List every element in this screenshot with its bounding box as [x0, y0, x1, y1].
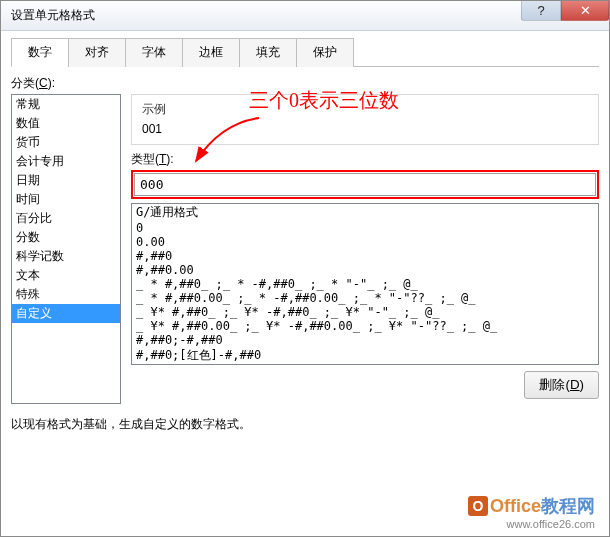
- sample-value: 001: [142, 122, 588, 136]
- right-pane: 示例 001 类型(T): G/通用格式 0 0.00 #,##0 #,##0.…: [131, 94, 599, 404]
- delete-button[interactable]: 删除(D): [524, 371, 599, 399]
- cat-percentage[interactable]: 百分比: [12, 209, 120, 228]
- hint-text: 以现有格式为基础，生成自定义的数字格式。: [11, 416, 599, 433]
- cat-text[interactable]: 文本: [12, 266, 120, 285]
- tab-border[interactable]: 边框: [182, 38, 240, 67]
- cat-number[interactable]: 数值: [12, 114, 120, 133]
- cat-general[interactable]: 常规: [12, 95, 120, 114]
- cat-fraction[interactable]: 分数: [12, 228, 120, 247]
- cat-date[interactable]: 日期: [12, 171, 120, 190]
- fmt-item[interactable]: _ * #,##0_ ;_ * -#,##0_ ;_ * "-"_ ;_ @_: [132, 277, 598, 291]
- titlebar[interactable]: 设置单元格格式 ? ✕: [1, 1, 609, 31]
- fmt-item[interactable]: _ * #,##0.00_ ;_ * -#,##0.00_ ;_ * "-"??…: [132, 291, 598, 305]
- tab-font[interactable]: 字体: [125, 38, 183, 67]
- fmt-item[interactable]: 0.00: [132, 235, 598, 249]
- format-listbox[interactable]: G/通用格式 0 0.00 #,##0 #,##0.00 _ * #,##0_ …: [131, 203, 599, 365]
- cat-time[interactable]: 时间: [12, 190, 120, 209]
- watermark-brand-prefix: Office: [490, 496, 541, 516]
- sample-label: 示例: [142, 101, 588, 118]
- watermark-logo-icon: O: [468, 496, 488, 516]
- type-input[interactable]: [134, 173, 596, 196]
- watermark-brand-suffix: 教程网: [541, 496, 595, 516]
- cat-accounting[interactable]: 会计专用: [12, 152, 120, 171]
- fmt-item[interactable]: #,##0;[红色]-#,##0: [132, 347, 598, 364]
- cat-custom[interactable]: 自定义: [12, 304, 120, 323]
- tab-protection[interactable]: 保护: [296, 38, 354, 67]
- fmt-item[interactable]: G/通用格式: [132, 204, 598, 221]
- cat-special[interactable]: 特殊: [12, 285, 120, 304]
- close-icon: ✕: [580, 3, 591, 18]
- sample-box: 示例 001: [131, 94, 599, 145]
- fmt-item[interactable]: #,##0.00: [132, 263, 598, 277]
- cat-scientific[interactable]: 科学记数: [12, 247, 120, 266]
- help-icon: ?: [537, 3, 544, 18]
- fmt-item[interactable]: #,##0: [132, 249, 598, 263]
- fmt-item[interactable]: #,##0;-#,##0: [132, 333, 598, 347]
- fmt-item[interactable]: _ ¥* #,##0.00_ ;_ ¥* -#,##0.00_ ;_ ¥* "-…: [132, 319, 598, 333]
- help-button[interactable]: ?: [521, 1, 561, 21]
- category-listbox[interactable]: 常规 数值 货币 会计专用 日期 时间 百分比 分数 科学记数 文本 特殊 自定…: [11, 94, 121, 404]
- tab-number[interactable]: 数字: [11, 38, 69, 67]
- type-input-highlight: [131, 170, 599, 199]
- close-button[interactable]: ✕: [561, 1, 609, 21]
- fmt-item[interactable]: _ ¥* #,##0_ ;_ ¥* -#,##0_ ;_ ¥* "-"_ ;_ …: [132, 305, 598, 319]
- tab-alignment[interactable]: 对齐: [68, 38, 126, 67]
- type-label: 类型(T):: [131, 151, 599, 168]
- cat-currency[interactable]: 货币: [12, 133, 120, 152]
- watermark-url: www.office26.com: [468, 518, 595, 530]
- tab-strip: 数字 对齐 字体 边框 填充 保护: [11, 37, 599, 67]
- fmt-item[interactable]: 0: [132, 221, 598, 235]
- category-label: 分类(C):: [11, 75, 599, 92]
- tab-fill[interactable]: 填充: [239, 38, 297, 67]
- format-cells-dialog: 设置单元格格式 ? ✕ 数字 对齐 字体 边框 填充 保护 分类(C): 常规 …: [0, 0, 610, 537]
- window-title: 设置单元格格式: [11, 7, 95, 24]
- watermark: O Office教程网 www.office26.com: [468, 494, 595, 530]
